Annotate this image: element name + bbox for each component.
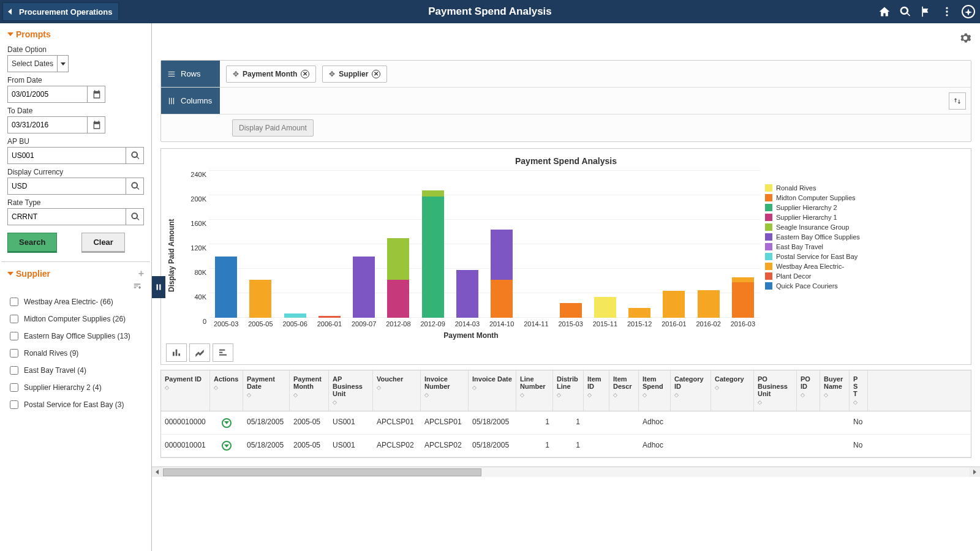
svg-point-2	[946, 14, 948, 16]
flag-icon[interactable]	[920, 6, 932, 18]
home-icon[interactable]	[878, 6, 891, 18]
header-actions	[878, 0, 975, 23]
app-header: Procurement Operations Payment Spend Ana…	[0, 0, 980, 23]
svg-point-1	[946, 10, 948, 12]
more-icon[interactable]	[941, 6, 953, 18]
page-title: Payment Spend Analysis	[428, 6, 552, 17]
compass-icon[interactable]	[962, 5, 975, 18]
svg-point-0	[946, 7, 948, 9]
breadcrumb-back-button[interactable]: Procurement Operations	[2, 2, 119, 21]
search-icon[interactable]	[899, 6, 911, 18]
breadcrumb-label: Procurement Operations	[19, 7, 112, 17]
